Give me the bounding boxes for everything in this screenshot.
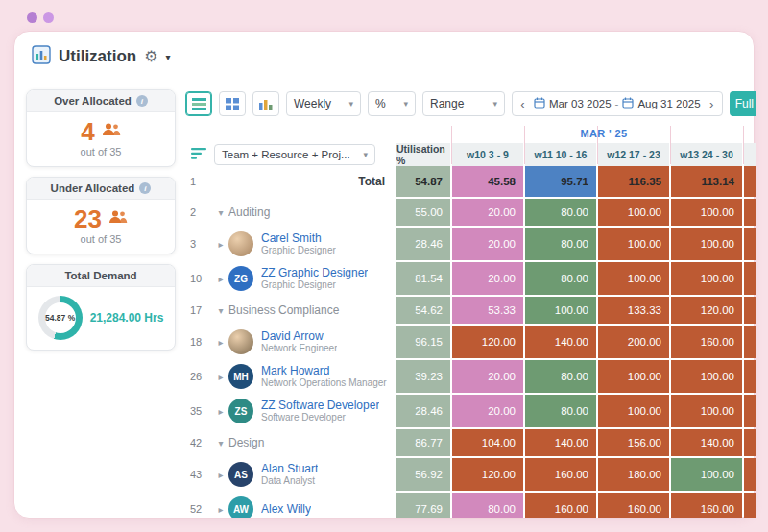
week-value-cell[interactable]: 160.00 bbox=[525, 493, 596, 518]
week-value-cell[interactable]: 100.00 bbox=[525, 297, 596, 324]
week-value-cell[interactable]: 53.33 bbox=[452, 297, 523, 324]
utilisation-cell[interactable]: 55.00 bbox=[396, 199, 450, 226]
week-value-cell[interactable]: 100.00 bbox=[671, 360, 742, 393]
week-value-cell[interactable]: 80.00 bbox=[525, 395, 596, 427]
utilisation-cell[interactable]: 28.46 bbox=[396, 228, 450, 260]
resource-name-link[interactable]: Carel Smith bbox=[261, 231, 336, 245]
week-value-cell[interactable]: 45.58 bbox=[452, 166, 523, 197]
week-value-cell[interactable]: 80.00 bbox=[525, 199, 596, 226]
info-icon[interactable]: i bbox=[139, 182, 151, 194]
range-select[interactable]: Range▾ bbox=[422, 91, 505, 116]
week-value-cell[interactable]: 140.00 bbox=[525, 326, 596, 358]
week-column-header[interactable]: w11 10 - 16 bbox=[525, 143, 596, 166]
week-value-cell[interactable]: 100.00 bbox=[598, 228, 669, 260]
week-value-cell[interactable]: 100.00 bbox=[671, 228, 742, 260]
group-name[interactable]: Auditing bbox=[228, 206, 270, 219]
week-column-header[interactable]: w12 17 - 23 bbox=[598, 143, 669, 166]
week-value-cell[interactable]: 80.00 bbox=[452, 493, 523, 518]
utilisation-column-header[interactable]: Utilisation % bbox=[396, 143, 450, 166]
week-value-cell[interactable]: 120.00 bbox=[452, 458, 523, 491]
unit-select[interactable]: %▾ bbox=[368, 91, 416, 116]
week-value-cell[interactable]: 80.00 bbox=[525, 228, 596, 260]
week-value-cell[interactable]: 160.00 bbox=[671, 326, 742, 358]
week-value-cell[interactable]: 80.00 bbox=[525, 360, 596, 393]
week-value-cell[interactable]: 160.00 bbox=[671, 493, 742, 518]
utilisation-cell[interactable]: 81.54 bbox=[396, 262, 450, 295]
expand-caret-icon[interactable]: ▸ bbox=[213, 504, 228, 515]
collapse-caret-icon[interactable]: ▾ bbox=[213, 207, 228, 218]
week-value-cell[interactable]: 160.00 bbox=[525, 458, 596, 491]
week-value-cell[interactable]: 200.00 bbox=[598, 326, 669, 358]
collapse-caret-icon[interactable]: ▾ bbox=[213, 438, 228, 448]
week-column-header[interactable]: w10 3 - 9 bbox=[452, 143, 523, 166]
utilisation-cell[interactable]: 28.46 bbox=[396, 395, 450, 427]
week-value-cell[interactable]: 120.00 bbox=[671, 297, 742, 324]
date-to[interactable]: Aug 31 2025 bbox=[637, 98, 700, 109]
expand-caret-icon[interactable]: ▸ bbox=[213, 239, 228, 250]
expand-caret-icon[interactable]: ▸ bbox=[213, 470, 228, 480]
week-value-cell[interactable]: 20.00 bbox=[452, 262, 523, 295]
resource-name-link[interactable]: Mark Howard bbox=[261, 364, 387, 377]
week-value-cell[interactable]: 140.00 bbox=[525, 429, 596, 456]
date-from[interactable]: Mar 03 2025 bbox=[549, 98, 612, 109]
resource-name-link[interactable]: ZZ Software Developer bbox=[261, 399, 379, 412]
expand-caret-icon[interactable]: ▸ bbox=[213, 372, 228, 382]
group-name[interactable]: Design bbox=[228, 436, 264, 449]
week-column-header[interactable]: w13 24 - 30 bbox=[671, 143, 742, 166]
week-value-cell[interactable]: 100.00 bbox=[671, 262, 742, 295]
utilisation-cell[interactable]: 54.62 bbox=[396, 297, 450, 324]
week-value-cell[interactable]: 20.00 bbox=[452, 360, 523, 393]
week-value-cell[interactable]: 104.00 bbox=[452, 429, 523, 456]
resource-name-link[interactable]: Alex Willy bbox=[261, 502, 311, 516]
gear-icon[interactable]: ⚙ bbox=[144, 49, 157, 64]
resource-name-link[interactable]: ZZ Graphic Designer bbox=[261, 266, 368, 279]
collapse-caret-icon[interactable]: ▾ bbox=[213, 305, 228, 316]
utilisation-cell[interactable]: 54.87 bbox=[396, 166, 450, 197]
week-value-cell[interactable]: 113.14 bbox=[671, 166, 742, 197]
week-value-cell[interactable]: 116.35 bbox=[598, 166, 669, 197]
week-value-cell[interactable]: 100.00 bbox=[671, 395, 742, 427]
prev-period-button[interactable]: ‹ bbox=[516, 98, 530, 110]
week-value-cell[interactable]: 100.00 bbox=[671, 458, 742, 491]
week-value-cell[interactable]: 160.00 bbox=[598, 493, 669, 518]
week-value-cell[interactable]: 140.00 bbox=[671, 429, 742, 456]
avatar: ZS bbox=[228, 399, 253, 423]
expand-caret-icon[interactable]: ▸ bbox=[213, 337, 228, 348]
week-value-cell[interactable]: 133.33 bbox=[598, 297, 669, 324]
next-period-button[interactable]: › bbox=[705, 98, 719, 110]
grouping-dropdown[interactable]: Team + Resource + Proj...▾ bbox=[214, 144, 375, 165]
group-name[interactable]: Business Compliance bbox=[228, 303, 339, 317]
full-range-button[interactable]: Full bbox=[730, 91, 756, 116]
week-value-cell[interactable]: 120.00 bbox=[452, 326, 523, 358]
utilisation-cell[interactable]: 77.69 bbox=[396, 493, 450, 518]
sort-filter-icon[interactable] bbox=[191, 148, 206, 161]
week-value-cell[interactable]: 20.00 bbox=[452, 199, 523, 226]
chart-view-toggle[interactable] bbox=[252, 91, 279, 116]
info-icon[interactable]: i bbox=[136, 95, 148, 107]
week-value-cell[interactable]: 156.00 bbox=[598, 429, 669, 456]
week-value-cell[interactable]: 80.00 bbox=[525, 262, 596, 295]
resource-name-link[interactable]: Alan Stuart bbox=[261, 462, 318, 475]
window-dot[interactable] bbox=[27, 12, 37, 23]
week-value-cell[interactable]: 20.00 bbox=[452, 395, 523, 427]
window-dot[interactable] bbox=[43, 12, 54, 23]
chevron-down-icon[interactable]: ▾ bbox=[166, 52, 171, 62]
week-value-cell[interactable]: 100.00 bbox=[598, 199, 669, 226]
week-value-cell[interactable]: 100.00 bbox=[671, 199, 742, 226]
utilisation-cell[interactable]: 39.23 bbox=[396, 360, 450, 393]
week-value-cell[interactable]: 20.00 bbox=[452, 228, 523, 260]
week-value-cell[interactable]: 95.71 bbox=[525, 166, 596, 197]
utilisation-cell[interactable]: 56.92 bbox=[396, 458, 450, 491]
week-value-cell[interactable]: 100.00 bbox=[598, 262, 669, 295]
resource-name-link[interactable]: David Arrow bbox=[261, 329, 337, 343]
utilisation-cell[interactable]: 96.15 bbox=[396, 326, 450, 358]
week-value-cell[interactable]: 180.00 bbox=[598, 458, 669, 491]
week-value-cell[interactable]: 100.00 bbox=[598, 360, 669, 393]
grid-view-toggle[interactable] bbox=[219, 91, 246, 116]
utilisation-cell[interactable]: 86.77 bbox=[396, 429, 450, 456]
week-value-cell[interactable]: 100.00 bbox=[598, 395, 669, 427]
expand-caret-icon[interactable]: ▸ bbox=[213, 406, 228, 417]
period-select[interactable]: Weekly▾ bbox=[286, 91, 361, 116]
expand-caret-icon[interactable]: ▸ bbox=[213, 274, 228, 284]
table-view-toggle[interactable] bbox=[185, 91, 212, 116]
